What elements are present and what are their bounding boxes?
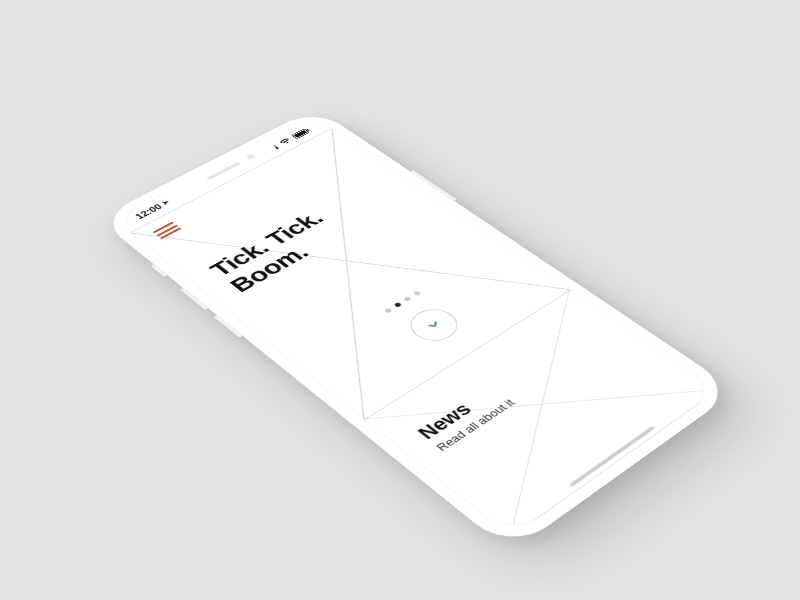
battery-icon (291, 127, 312, 139)
phone-frame: 12:00 ➤ (97, 108, 737, 552)
page-dot[interactable] (403, 296, 411, 302)
news-section[interactable]: News Read all about it (363, 289, 719, 537)
svg-line-7 (130, 129, 570, 420)
news-text: News Read all about it (413, 381, 518, 453)
news-title: News (413, 381, 505, 443)
placeholder-cross-icon (130, 129, 570, 420)
svg-rect-5 (294, 130, 308, 138)
front-camera (246, 153, 256, 159)
svg-line-8 (130, 129, 570, 420)
page-dot[interactable] (384, 308, 393, 314)
chevron-down-icon (424, 318, 444, 331)
home-indicator[interactable] (569, 426, 655, 487)
scroll-down-button[interactable] (401, 303, 467, 347)
screen: 12:00 ➤ (113, 117, 719, 538)
page-dot-active[interactable] (394, 302, 402, 308)
hero-section: Tick. Tick. Boom. (130, 128, 571, 420)
phone-tilt-wrapper: 12:00 ➤ (97, 108, 737, 552)
wifi-icon (278, 137, 293, 146)
silence-switch (150, 264, 167, 277)
svg-line-10 (363, 289, 718, 537)
stage: 12:00 ➤ (0, 0, 800, 600)
placeholder-cross-icon (363, 289, 718, 537)
svg-line-9 (363, 289, 718, 537)
news-subtitle: Read all about it (433, 397, 517, 454)
